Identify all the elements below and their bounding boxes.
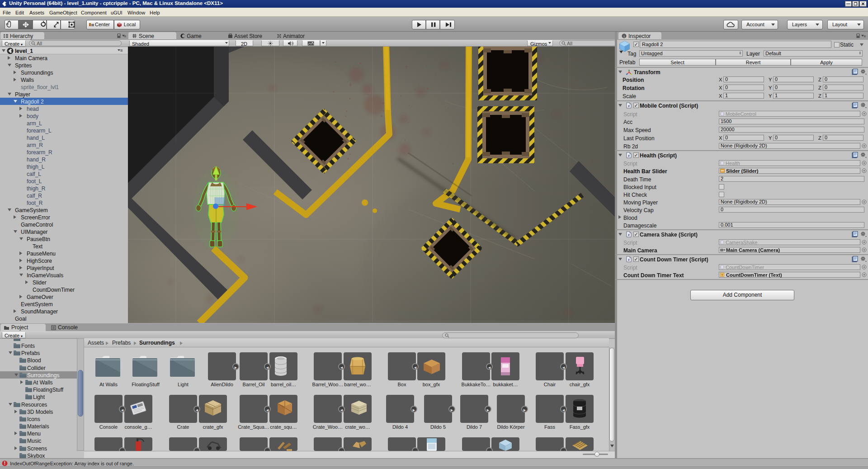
svg-text:#: #	[628, 233, 630, 237]
svg-text:#: #	[628, 258, 630, 261]
svg-text:!: !	[4, 461, 5, 466]
svg-text:#: #	[628, 104, 630, 108]
svg-text:T: T	[721, 274, 723, 277]
svg-text:#: #	[628, 154, 630, 157]
